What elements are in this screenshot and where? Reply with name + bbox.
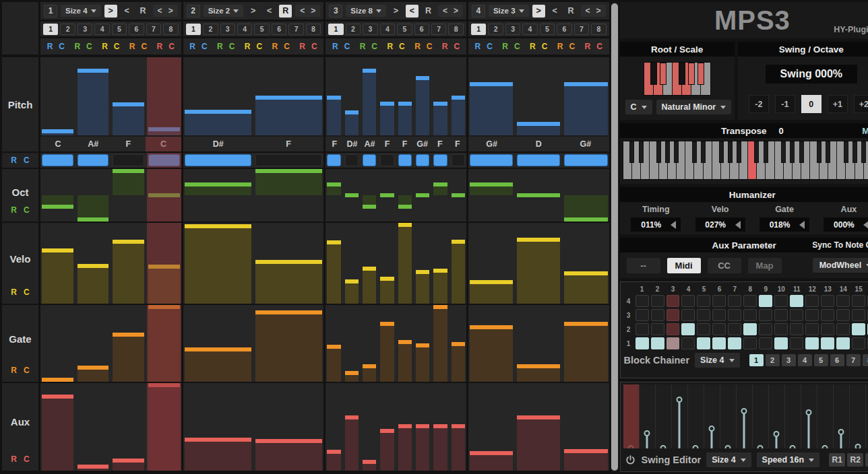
velo-step[interactable]: [40, 223, 75, 304]
gate-step[interactable]: [432, 305, 448, 382]
transpose-black-key[interactable]: [674, 141, 679, 163]
aux-step[interactable]: [76, 383, 111, 471]
gate-step[interactable]: [147, 305, 181, 382]
transpose-keyboard[interactable]: [623, 141, 868, 180]
pitch-gate-step[interactable]: [397, 153, 413, 168]
swing-slot[interactable]: [817, 384, 834, 448]
nav-next-button[interactable]: >: [596, 6, 601, 15]
page-button[interactable]: 3: [78, 24, 92, 35]
power-button[interactable]: [625, 454, 636, 466]
swing-slot[interactable]: [834, 384, 850, 448]
chainer-cell[interactable]: [759, 323, 772, 335]
gate-step[interactable]: [76, 305, 111, 382]
oct-step[interactable]: [344, 169, 360, 222]
scale-select[interactable]: Natural Minor: [656, 100, 732, 114]
aux-step[interactable]: [468, 383, 514, 471]
chainer-cell[interactable]: [697, 295, 710, 307]
gate-step[interactable]: [254, 305, 323, 382]
gate-step[interactable]: [563, 305, 609, 382]
aux-step[interactable]: [40, 383, 75, 471]
velo-step[interactable]: [450, 223, 466, 304]
velo-step[interactable]: [254, 223, 323, 304]
page-button[interactable]: 5: [112, 24, 127, 35]
chainer-cell[interactable]: [805, 295, 819, 307]
page-button[interactable]: 7: [574, 24, 589, 35]
chainer-page-button[interactable]: 1: [749, 354, 764, 366]
chainer-cell[interactable]: [790, 323, 803, 335]
chainer-cell[interactable]: [712, 309, 726, 321]
chainer-cell[interactable]: [728, 309, 741, 321]
aux-target-select[interactable]: ModWheel: [813, 258, 868, 273]
chainer-cell[interactable]: [821, 309, 834, 321]
transpose-black-key[interactable]: [692, 141, 697, 163]
pitch-step[interactable]: [326, 57, 342, 135]
transpose-black-key[interactable]: [790, 141, 795, 163]
pitch-step[interactable]: [344, 57, 360, 135]
lane-randomize-button[interactable]: R: [557, 42, 563, 51]
pitch-gate-step[interactable]: [450, 153, 466, 168]
scale-black-key[interactable]: [688, 63, 695, 85]
randomize-button[interactable]: R: [422, 5, 435, 18]
gate-step[interactable]: [397, 305, 413, 382]
lane-randomize-button[interactable]: R: [332, 42, 338, 51]
chainer-cell[interactable]: [852, 309, 865, 321]
chainer-page-button[interactable]: 4: [798, 354, 812, 366]
oct-step[interactable]: [432, 169, 448, 222]
aux-mode-midi[interactable]: Midi: [667, 258, 701, 273]
oct-step[interactable]: [516, 169, 561, 222]
pitch-step[interactable]: [563, 57, 609, 135]
chainer-cell[interactable]: [805, 323, 819, 335]
chainer-cell[interactable]: [743, 295, 757, 307]
swing-slot[interactable]: [656, 384, 672, 448]
oct-step[interactable]: [254, 169, 323, 222]
gate-step[interactable]: [344, 305, 360, 382]
swing-speed-select[interactable]: Speed 16n: [757, 452, 820, 467]
pitch-gate-step[interactable]: [516, 153, 561, 168]
pitch-gate-step[interactable]: [147, 153, 181, 168]
chainer-page-button[interactable]: 8: [863, 354, 868, 366]
lane-clear-button[interactable]: C: [514, 42, 520, 51]
swing-slot[interactable]: [753, 384, 769, 448]
oct-step[interactable]: [563, 169, 609, 222]
scrollbar[interactable]: [611, 2, 619, 472]
swing-r1-button[interactable]: R1: [829, 453, 845, 467]
pitch-gate-step[interactable]: [432, 153, 448, 168]
velo-step[interactable]: [516, 223, 561, 304]
chainer-page-button[interactable]: 2: [766, 354, 780, 366]
nav-next-button[interactable]: >: [168, 6, 173, 15]
transpose-black-key[interactable]: [701, 141, 706, 163]
lane-randomize-button[interactable]: R: [584, 42, 590, 51]
swing-slot[interactable]: [785, 384, 801, 448]
aux-step[interactable]: [450, 383, 466, 471]
lane-randomize-button[interactable]: R: [74, 42, 80, 51]
chainer-cell[interactable]: [666, 337, 680, 349]
chainer-cell[interactable]: [681, 323, 695, 335]
page-button[interactable]: 3: [505, 24, 520, 35]
chainer-cell[interactable]: [728, 295, 741, 307]
aux-step[interactable]: [326, 383, 342, 471]
lane-randomize-button[interactable]: R: [387, 42, 393, 51]
page-button[interactable]: 6: [129, 24, 144, 35]
velo-step[interactable]: [432, 223, 448, 304]
lane-randomize-button[interactable]: R: [475, 42, 481, 51]
lane-clear-button[interactable]: C: [59, 42, 65, 51]
lane-clear-button[interactable]: C: [284, 42, 290, 51]
chainer-cell[interactable]: [774, 309, 788, 321]
page-button[interactable]: 2: [346, 24, 361, 35]
nav-prev-button[interactable]: <: [300, 6, 305, 15]
swing-slot[interactable]: [623, 384, 640, 448]
pitch-step[interactable]: [468, 57, 514, 135]
page-button[interactable]: 2: [203, 24, 218, 35]
swing-editor-chart[interactable]: [623, 384, 868, 448]
chainer-cell[interactable]: [790, 309, 803, 321]
gate-step[interactable]: [516, 305, 561, 382]
randomize-button[interactable]: R: [137, 5, 150, 18]
gate-step[interactable]: [326, 305, 342, 382]
aux-mode-[interactable]: --: [627, 258, 660, 273]
page-button[interactable]: 8: [591, 24, 606, 35]
page-button[interactable]: 2: [60, 24, 75, 35]
chainer-cell[interactable]: [774, 337, 788, 349]
lane-randomize-button[interactable]: R: [129, 42, 135, 51]
chainer-cell[interactable]: [681, 295, 695, 307]
lane-clear-button[interactable]: C: [114, 42, 120, 51]
